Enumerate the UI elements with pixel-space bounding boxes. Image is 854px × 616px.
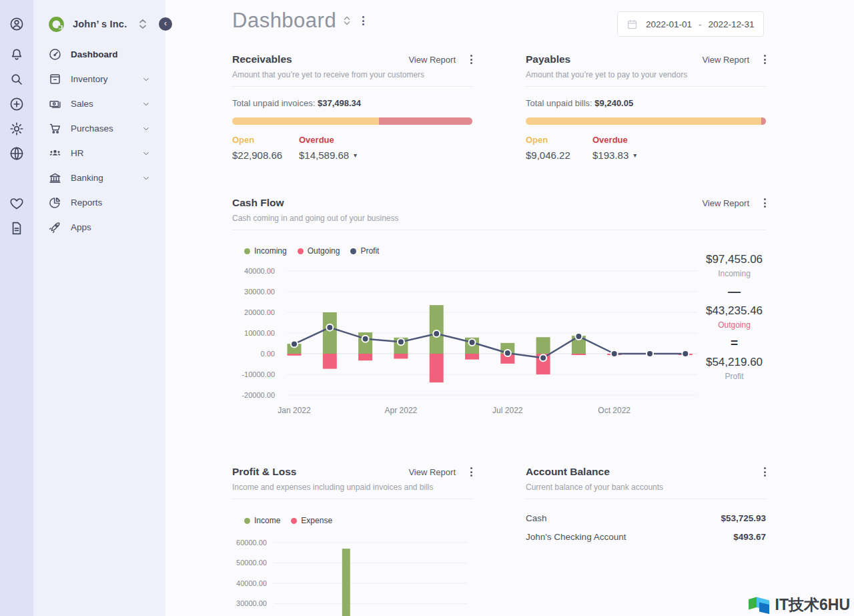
- org-logo-icon: [47, 15, 65, 33]
- sidebar-item-dashboard[interactable]: Dashboard: [33, 42, 165, 67]
- payables-card: Payables View Report Amount that you’re …: [526, 53, 766, 161]
- profit-loss-kebab-icon[interactable]: [470, 466, 472, 478]
- calendar-icon: [626, 19, 638, 30]
- chevron-down-icon: [141, 149, 151, 158]
- sidebar-item-inventory[interactable]: Inventory: [33, 67, 165, 91]
- svg-text:30000.00: 30000.00: [236, 599, 267, 607]
- legend-item-profit[interactable]: Profit: [350, 246, 379, 256]
- svg-text:20000.00: 20000.00: [244, 308, 275, 316]
- sidebar-item-label: Apps: [71, 222, 91, 232]
- sidebar-collapse-button[interactable]: ‹: [159, 17, 172, 31]
- receivables-kebab-icon[interactable]: [470, 53, 472, 65]
- profit-loss-chart: 60000.0050000.0040000.0030000.00: [232, 535, 472, 616]
- cashflow-profit-label: Profit: [703, 372, 766, 381]
- gear-icon[interactable]: [9, 121, 25, 137]
- watermark-text: IT技术6HU: [775, 595, 850, 615]
- cashflow-summary: $97,455.06 Incoming — $43,235.46 Outgoin…: [703, 246, 766, 420]
- profit-loss-legend: IncomeExpense: [244, 516, 472, 525]
- bell-icon[interactable]: [9, 47, 25, 63]
- heart-icon[interactable]: [9, 196, 25, 212]
- svg-text:-20000.00: -20000.00: [242, 391, 275, 399]
- org-switch-icon[interactable]: [137, 18, 148, 30]
- legend-dot: [298, 248, 304, 254]
- payables-overdue: Overdue $193.83 ▾: [592, 135, 636, 161]
- main-content: Dashboard 2022-01-01 - 2022-12-31 Receiv…: [165, 0, 854, 616]
- sidebar-item-purchases[interactable]: Purchases: [33, 116, 165, 141]
- sales-icon: [48, 97, 62, 111]
- pie-icon: [48, 196, 62, 210]
- sidebar: John’ s Inc. ‹ DashboardInventorySalesPu…: [33, 0, 165, 616]
- payables-subtitle: Amount that you’re yet to pay to your ve…: [526, 70, 766, 79]
- payables-view-report-link[interactable]: View Report: [702, 55, 749, 65]
- page-title: Dashboard: [232, 9, 336, 33]
- cashflow-kebab-icon[interactable]: [764, 197, 766, 209]
- svg-text:Apr 2022: Apr 2022: [385, 406, 418, 415]
- svg-text:Jan 2022: Jan 2022: [278, 406, 311, 415]
- receivables-open: Open $22,908.66: [232, 135, 299, 161]
- title-sort-icon[interactable]: [342, 14, 352, 27]
- page-kebab-menu-icon[interactable]: [362, 13, 364, 28]
- cashflow-subtitle: Cash coming in and going out of your bus…: [232, 214, 766, 223]
- gauge-icon: [48, 47, 62, 61]
- date-to: 2022-12-31: [709, 19, 755, 29]
- cashflow-profit-value: $54,219.60: [703, 356, 766, 369]
- plus-icon[interactable]: [9, 96, 25, 112]
- sidebar-item-sales[interactable]: Sales: [33, 91, 165, 116]
- legend-dot: [244, 248, 250, 254]
- svg-text:Oct 2022: Oct 2022: [598, 406, 630, 415]
- receivables-overdue: Overdue $14,589.68 ▾: [299, 135, 357, 161]
- globe-icon[interactable]: [9, 145, 25, 162]
- account-balance-title: Account Balance: [526, 466, 610, 478]
- payables-open: Open $9,046.22: [526, 135, 592, 161]
- profit-loss-view-report-link[interactable]: View Report: [408, 467, 456, 477]
- sidebar-item-label: Banking: [71, 173, 103, 183]
- legend-item-outgoing[interactable]: Outgoing: [298, 246, 340, 256]
- account-balance-subtitle: Current balance of your bank accounts: [526, 483, 766, 492]
- date-separator: -: [699, 19, 702, 29]
- sidebar-item-hr[interactable]: HR: [33, 141, 165, 166]
- account-balance-kebab-icon[interactable]: [764, 466, 766, 478]
- svg-text:-10000.00: -10000.00: [242, 370, 275, 378]
- cashflow-card: Cash Flow View Report Cash coming in and…: [232, 197, 766, 420]
- inventory-icon: [48, 72, 62, 86]
- svg-text:40000.00: 40000.00: [244, 267, 275, 275]
- cashflow-incoming-value: $97,455.06: [703, 253, 766, 266]
- receivables-progress-bar: [232, 117, 472, 125]
- payables-kebab-icon[interactable]: [764, 53, 766, 65]
- payables-title: Payables: [526, 53, 570, 65]
- date-from: 2022-01-01: [646, 19, 692, 29]
- receivables-view-report-link[interactable]: View Report: [408, 55, 456, 65]
- cashflow-view-report-link[interactable]: View Report: [702, 198, 749, 208]
- date-range-picker[interactable]: 2022-01-01 - 2022-12-31: [617, 11, 764, 37]
- legend-item-incoming[interactable]: Incoming: [244, 246, 287, 256]
- rocket-icon: [48, 220, 62, 234]
- sidebar-item-label: Sales: [71, 99, 93, 109]
- cart-icon: [48, 121, 62, 135]
- svg-text:40000.00: 40000.00: [236, 579, 267, 587]
- legend-item-expense[interactable]: Expense: [291, 516, 332, 525]
- payables-overdue-caret-icon[interactable]: ▾: [633, 151, 636, 159]
- legend-item-income[interactable]: Income: [244, 516, 280, 525]
- document-icon[interactable]: [9, 220, 25, 236]
- equals-operator: =: [703, 336, 766, 349]
- account-balance-rows: Cash$53,725.93John's Checking Account$49…: [526, 509, 766, 546]
- watermark: IT技术6HU: [747, 595, 850, 615]
- account-row[interactable]: Cash$53,725.93: [526, 509, 766, 527]
- legend-dot: [244, 518, 250, 524]
- cashflow-outgoing-value: $43,235.46: [703, 304, 766, 318]
- bank-icon: [48, 171, 62, 185]
- search-icon[interactable]: [9, 71, 25, 87]
- legend-dot: [291, 518, 297, 524]
- cashflow-outgoing-label: Outgoing: [703, 320, 766, 330]
- account-icon[interactable]: [9, 16, 25, 32]
- sidebar-item-apps[interactable]: Apps: [33, 215, 165, 240]
- chevron-down-icon: [141, 124, 151, 133]
- sidebar-menu: DashboardInventorySalesPurchasesHRBankin…: [33, 42, 165, 240]
- cashflow-legend: IncomingOutgoingProfit: [244, 246, 703, 256]
- payables-progress-bar: [526, 117, 766, 125]
- account-row[interactable]: John's Checking Account$493.67: [526, 527, 766, 546]
- org-selector[interactable]: John’ s Inc. ‹: [33, 12, 165, 36]
- receivables-overdue-caret-icon[interactable]: ▾: [354, 151, 357, 159]
- sidebar-item-reports[interactable]: Reports: [33, 190, 165, 215]
- sidebar-item-banking[interactable]: Banking: [33, 166, 165, 190]
